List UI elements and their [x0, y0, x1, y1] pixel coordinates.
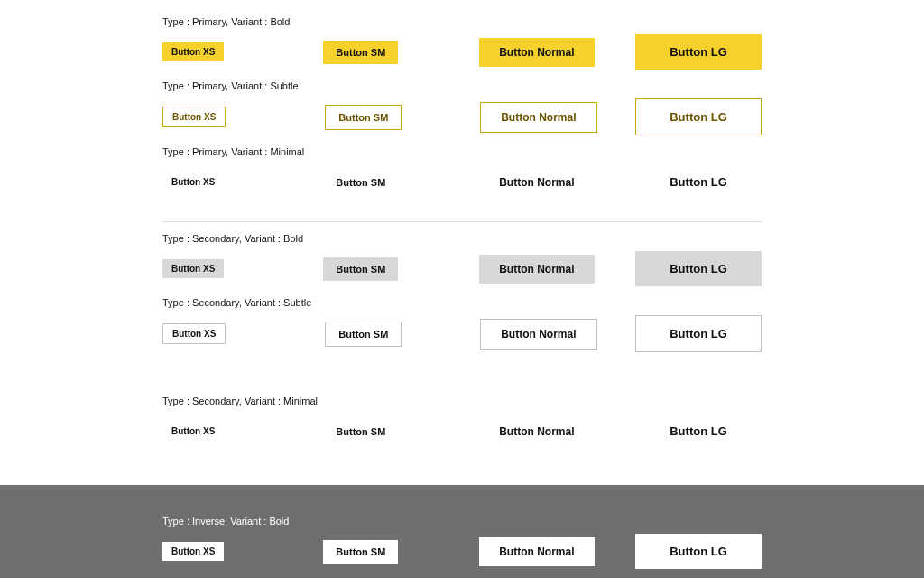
button-primary-minimal-xs[interactable]: Button XS [162, 172, 224, 191]
button-inverse-bold-lg[interactable]: Button LG [635, 534, 762, 569]
group-label-primary-bold: Type : Primary, Variant : Bold [162, 16, 762, 27]
button-primary-bold-xs[interactable]: Button XS [162, 42, 224, 61]
row-primary-bold: Button XS Button SM Button Normal Button… [162, 34, 762, 70]
button-inverse-bold-xs[interactable]: Button XS [162, 542, 224, 561]
button-primary-bold-sm[interactable]: Button SM [323, 41, 398, 64]
button-secondary-minimal-sm[interactable]: Button SM [323, 420, 398, 443]
row-inverse-bold: Button XS Button SM Button Normal Button… [162, 534, 762, 569]
button-primary-subtle-sm[interactable]: Button SM [325, 105, 402, 130]
button-secondary-subtle-sm[interactable]: Button SM [325, 322, 402, 347]
group-label-primary-minimal: Type : Primary, Variant : Minimal [162, 146, 762, 157]
button-secondary-subtle-md[interactable]: Button Normal [480, 319, 596, 350]
inverse-panel: Type : Inverse, Variant : Bold Button XS… [0, 485, 924, 578]
button-primary-minimal-md[interactable]: Button Normal [479, 168, 594, 197]
button-secondary-subtle-xs[interactable]: Button XS [162, 323, 226, 344]
button-primary-minimal-lg[interactable]: Button LG [635, 164, 762, 200]
group-label-inverse-bold: Type : Inverse, Variant : Bold [162, 516, 762, 527]
button-secondary-bold-md[interactable]: Button Normal [479, 255, 594, 284]
group-label-primary-subtle: Type : Primary, Variant : Subtle [162, 80, 762, 91]
button-style-guide: Type : Primary, Variant : Bold Button XS… [0, 0, 924, 578]
divider [162, 221, 762, 222]
button-primary-bold-md[interactable]: Button Normal [479, 38, 594, 67]
button-primary-subtle-xs[interactable]: Button XS [162, 107, 226, 127]
group-label-secondary-minimal: Type : Secondary, Variant : Minimal [162, 396, 762, 406]
button-primary-minimal-sm[interactable]: Button SM [323, 171, 398, 194]
row-secondary-bold: Button XS Button SM Button Normal Button… [162, 251, 762, 286]
button-primary-subtle-md[interactable]: Button Normal [480, 102, 596, 133]
group-label-secondary-subtle: Type : Secondary, Variant : Subtle [162, 297, 762, 308]
button-secondary-bold-sm[interactable]: Button SM [323, 257, 398, 281]
button-secondary-minimal-md[interactable]: Button Normal [479, 417, 594, 446]
button-primary-bold-lg[interactable]: Button LG [635, 34, 762, 70]
button-inverse-bold-sm[interactable]: Button SM [323, 540, 398, 564]
button-secondary-bold-lg[interactable]: Button LG [635, 251, 762, 286]
button-primary-subtle-lg[interactable]: Button LG [635, 98, 762, 135]
button-inverse-bold-md[interactable]: Button Normal [479, 537, 594, 566]
row-secondary-minimal: Button XS Button SM Button Normal Button… [162, 414, 762, 449]
button-secondary-minimal-lg[interactable]: Button LG [635, 414, 762, 449]
row-primary-subtle: Button XS Button SM Button Normal Button… [162, 98, 762, 135]
button-secondary-subtle-lg[interactable]: Button LG [635, 315, 762, 352]
button-secondary-minimal-xs[interactable]: Button XS [162, 422, 224, 441]
row-primary-minimal: Button XS Button SM Button Normal Button… [162, 164, 762, 200]
button-secondary-bold-xs[interactable]: Button XS [162, 259, 224, 278]
row-secondary-subtle: Button XS Button SM Button Normal Button… [162, 315, 762, 352]
group-label-secondary-bold: Type : Secondary, Variant : Bold [162, 233, 762, 244]
